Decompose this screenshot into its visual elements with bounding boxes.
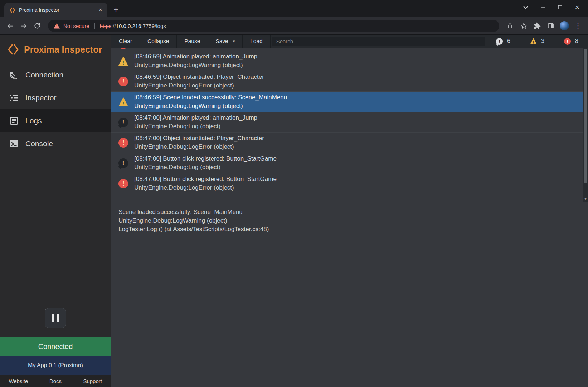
avatar-image — [560, 21, 569, 30]
log-row[interactable]: [08:47:00] Button click registered: Butt… — [111, 153, 583, 173]
log-level-icon — [118, 77, 128, 86]
terminal-icon — [9, 138, 19, 149]
pause-stream-button[interactable] — [45, 308, 66, 328]
window-minimize-icon[interactable] — [534, 0, 551, 14]
log-text: [08:46:59] Object instantiated: Player_C… — [134, 73, 264, 90]
log-document-icon — [9, 115, 19, 126]
profile-avatar[interactable] — [558, 19, 571, 32]
browser-menu-kebab-icon[interactable]: ⋮ — [572, 19, 584, 32]
log-list: UnityEngine.Debug:LogError (object) [08:… — [111, 48, 583, 202]
load-button[interactable]: Load — [243, 35, 270, 48]
log-row[interactable]: UnityEngine.Debug:LogError (object) — [111, 48, 583, 51]
log-message: [08:47:00] Animation played: animation_J… — [134, 114, 257, 122]
detail-line: UnityEngine.Debug:LogWarning (object) — [118, 216, 581, 225]
scrollbar-thumb[interactable] — [584, 49, 587, 183]
search-input[interactable] — [272, 37, 486, 46]
clear-button[interactable]: Clear — [111, 35, 140, 48]
log-trace: UnityEngine.Debug:LogError (object) — [134, 48, 234, 49]
sidebar-item-console[interactable]: Console — [0, 132, 111, 155]
log-count-icon — [496, 38, 503, 45]
log-message: [08:47:00] Button click registered: Butt… — [134, 154, 277, 163]
log-row[interactable]: [08:47:00] Button click registered: Butt… — [111, 173, 583, 194]
log-trace: UnityEngine.Debug:LogWarning (object) — [134, 61, 257, 70]
log-count-filter[interactable]: 6 — [486, 35, 520, 48]
omnibox-divider — [94, 23, 95, 29]
sidebar-item-label: Console — [25, 139, 53, 148]
log-trace: UnityEngine.Debug:LogError (object) — [134, 81, 264, 90]
warning-count-icon — [530, 38, 537, 45]
log-row[interactable]: [08:46:59] Scene loaded successfully: Sc… — [111, 92, 583, 112]
forward-icon[interactable] — [17, 19, 30, 32]
footer-link-website[interactable]: Website — [0, 375, 37, 387]
log-text: [08:47:00] Button click registered: Butt… — [134, 154, 277, 172]
warning-count-filter[interactable]: 3 — [520, 35, 554, 48]
collapse-button-label: Collapse — [147, 38, 169, 44]
url-scheme: https — [100, 23, 112, 29]
log-message: [08:47:00] Object instantiated: Player_C… — [134, 134, 264, 143]
address-bar[interactable]: Not secure https://10.0.0.216:7759/logs — [48, 20, 499, 32]
security-label[interactable]: Not secure — [63, 23, 89, 29]
error-count: 8 — [575, 38, 578, 44]
tab-close-icon[interactable]: × — [97, 6, 105, 14]
url-text[interactable]: https://10.0.0.216:7759/logs — [100, 23, 166, 29]
warning-count: 3 — [541, 38, 544, 44]
extensions-puzzle-icon[interactable] — [531, 19, 544, 32]
log-trace: UnityEngine.Debug:Log (object) — [134, 163, 277, 172]
collapse-button[interactable]: Collapse — [140, 35, 177, 48]
sidebar-footer: Website Docs Support — [0, 375, 111, 387]
log-level-icon — [118, 48, 128, 49]
browser-tab[interactable]: Proxima Inspector × — [4, 3, 107, 17]
sidebar: Proxima Inspector Connection Inspector L… — [0, 35, 111, 387]
load-button-label: Load — [250, 38, 262, 44]
app-logo: Proxima Inspector — [0, 35, 111, 63]
sidebar-item-label: Inspector — [25, 94, 56, 102]
save-button[interactable]: Save▾ — [208, 35, 243, 48]
sidebar-item-inspector[interactable]: Inspector — [0, 86, 111, 109]
pause-button-label: Pause — [184, 38, 200, 44]
side-panel-icon[interactable] — [544, 19, 557, 32]
sidebar-item-connection[interactable]: Connection — [0, 63, 111, 86]
browser-window: Proxima Inspector × + × — [0, 0, 588, 387]
log-row[interactable]: [08:47:00] Animation played: animation_J… — [111, 112, 583, 133]
log-level-icon — [118, 118, 128, 127]
share-icon[interactable] — [504, 19, 516, 32]
window-maximize-icon[interactable] — [551, 0, 569, 14]
footer-link-docs[interactable]: Docs — [37, 375, 74, 387]
sidebar-item-logs[interactable]: Logs — [0, 109, 111, 132]
reload-icon[interactable] — [31, 19, 44, 32]
app-logo-text: Proxima Inspector — [24, 44, 102, 55]
back-icon[interactable] — [4, 19, 16, 32]
log-text: [08:47:00] Animation played: animation_J… — [134, 114, 257, 131]
hierarchy-list-icon — [9, 92, 19, 103]
log-detail-pane: Scene loaded successfully: Scene_MainMen… — [111, 202, 588, 387]
tab-title: Proxima Inspector — [19, 7, 93, 13]
log-row[interactable]: [08:46:59] Animation played: animation_J… — [111, 51, 583, 71]
log-list-scrollbar[interactable]: ▾ — [583, 48, 588, 202]
url-host: 10.0.0.216 — [116, 23, 141, 29]
scrollbar-down-arrow-icon[interactable]: ▾ — [583, 196, 588, 201]
url-port-path: :7759/logs — [141, 23, 166, 29]
not-secure-warning-icon — [54, 23, 60, 29]
log-message: [08:46:59] Object instantiated: Player_C… — [134, 73, 264, 81]
save-dropdown-caret-icon[interactable]: ▾ — [233, 39, 235, 44]
connection-status-badge: Connected — [0, 337, 111, 356]
error-count-filter[interactable]: 8 — [554, 35, 588, 48]
log-row[interactable]: [08:46:59] Object instantiated: Player_C… — [111, 71, 583, 92]
bookmark-star-icon[interactable] — [517, 19, 530, 32]
footer-link-support[interactable]: Support — [74, 375, 111, 387]
tab-search-chevron-icon[interactable] — [517, 0, 534, 14]
log-row[interactable]: [08:47:00] Object instantiated: Player_C… — [111, 133, 583, 153]
log-trace: UnityEngine.Debug:LogError (object) — [134, 183, 277, 192]
window-close-icon[interactable]: × — [569, 0, 586, 14]
new-tab-button[interactable]: + — [110, 4, 122, 15]
connected-app-label: My App 0.1 (Proxima) — [0, 356, 111, 375]
proxima-logo-icon — [7, 43, 19, 56]
pause-button[interactable]: Pause — [177, 35, 208, 48]
log-list-area: UnityEngine.Debug:LogError (object) [08:… — [111, 48, 588, 202]
url-separator: :// — [111, 23, 116, 29]
log-level-icon — [118, 97, 128, 107]
toolbar-button-group: ClearCollapsePauseSave▾Load — [111, 35, 271, 48]
browser-navbar: Not secure https://10.0.0.216:7759/logs … — [0, 17, 588, 35]
log-text: [08:46:59] Animation played: animation_J… — [134, 52, 257, 70]
detail-line: LogTester:Log () (at Assets/TestScripts/… — [118, 225, 581, 234]
